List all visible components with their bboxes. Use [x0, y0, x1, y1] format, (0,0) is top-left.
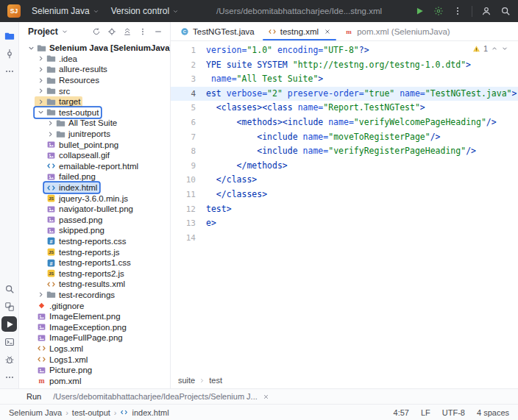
tool-terminal[interactable] — [1, 334, 17, 349]
more-actions-icon[interactable] — [453, 6, 463, 16]
tool-problems[interactable] — [1, 352, 17, 367]
status-4-57[interactable]: 4:57 — [394, 408, 409, 417]
project-selector[interactable]: Selenium Java — [26, 4, 104, 18]
chevron-right-icon[interactable] — [37, 87, 45, 95]
tree-item-testng-reports-css[interactable]: #testng-reports.css — [19, 236, 170, 247]
refresh-button[interactable] — [90, 26, 102, 38]
tree-item-test-output[interactable]: test-output — [19, 107, 170, 118]
run-button[interactable] — [414, 6, 425, 16]
tree-item-emailable-report-html[interactable]: emailable-report.html — [19, 161, 170, 172]
status-4-spaces[interactable]: 4 spaces — [477, 408, 509, 417]
tree-item-idea[interactable]: .idea — [19, 54, 170, 65]
tree-item-skipped-png[interactable]: skipped.png — [19, 225, 170, 236]
tree-item-picture-png[interactable]: Picture.png — [19, 365, 170, 376]
tree-item-collapseall-gif[interactable]: collapseall.gif — [19, 150, 170, 161]
select-opened-file-button[interactable] — [105, 26, 118, 38]
collapse-all-button[interactable] — [121, 26, 133, 38]
chevron-right-icon[interactable] — [46, 130, 54, 138]
user-icon[interactable] — [481, 6, 492, 16]
status-lf[interactable]: LF — [421, 408, 430, 417]
tool-more-bottom[interactable] — [1, 369, 17, 385]
tree-item-testng-results-xml[interactable]: testng-results.xml — [19, 279, 170, 290]
tree-item-testng-reports1-css[interactable]: #testng-reports1.css — [19, 257, 170, 268]
tree-item-gitignore[interactable]: .gitignore — [19, 300, 170, 311]
tree-item-failed-png[interactable]: failed.png — [19, 171, 170, 182]
hide-button[interactable] — [152, 26, 164, 38]
chevron-up-icon[interactable] — [491, 45, 498, 52]
tree-item-all-test-suite[interactable]: All Test Suite — [19, 118, 170, 129]
tree-item-logs1-xml[interactable]: Logs1.xml — [19, 354, 170, 365]
project-panel-title[interactable]: Project — [28, 26, 58, 37]
tab-testngtest-java[interactable]: CTestNGTest.java — [174, 22, 261, 40]
chevron-right-icon[interactable] — [37, 291, 45, 299]
gear-icon[interactable] — [433, 6, 444, 16]
close-icon[interactable] — [324, 28, 331, 35]
run-tab[interactable]: /Users/debomitabhattacharjee/IdeaProject… — [53, 392, 269, 401]
code-line-6[interactable]: 6 <methods><include name="verifyWelcomeP… — [171, 115, 518, 130]
tree-item-junitreports[interactable]: junitreports — [19, 129, 170, 140]
tool-more[interactable] — [1, 63, 17, 79]
status-crumb-selenium-java[interactable]: Selenium Java — [9, 408, 62, 417]
tree-item-resources[interactable]: Resources — [19, 75, 170, 86]
chevron-down-icon[interactable] — [501, 45, 508, 52]
maven-file-icon: m — [344, 27, 353, 36]
tree-item-jquery-3-6-0-min-js[interactable]: JSjquery-3.6.0.min.js — [19, 193, 170, 204]
tab-testng-xml[interactable]: testng.xml — [261, 22, 338, 40]
search-icon[interactable] — [500, 6, 511, 16]
tree-item-selenium-java-seleniumjava[interactable]: Selenium Java [SeleniumJava]~/IdeaProjec — [19, 43, 170, 54]
tree-item-target[interactable]: target — [19, 96, 170, 107]
chevron-right-icon[interactable] — [37, 54, 45, 63]
tree-item-passed-png[interactable]: passed.png — [19, 215, 170, 226]
app-logo[interactable]: SJ — [7, 4, 21, 18]
code-line-4[interactable]: 4est verbose="2" preserve-order="true" n… — [171, 87, 518, 102]
tree-item-pom-xml[interactable]: mpom.xml — [19, 375, 170, 386]
code-line-8[interactable]: 8 <include name="verifyRegisterPageHeadi… — [171, 144, 518, 159]
status-utf-8[interactable]: UTF-8 — [442, 408, 465, 417]
breadcrumb-suite[interactable]: suite — [178, 376, 195, 385]
code-line-5[interactable]: 5 <classes><class name="Report.TestNGTes… — [171, 101, 518, 115]
tree-item-imageexception-png[interactable]: ImageException.png — [19, 321, 170, 332]
chevron-down-icon[interactable] — [27, 44, 35, 52]
chevron-right-icon[interactable] — [37, 76, 45, 85]
tool-commit[interactable] — [1, 46, 17, 61]
status-crumb-test-output[interactable]: test-output — [72, 408, 110, 417]
code-line-10[interactable]: 10 </class> — [171, 173, 518, 188]
code-line-11[interactable]: 11 </classes> — [171, 188, 518, 202]
code-line-12[interactable]: 12test> — [171, 202, 518, 217]
tree-item-bullet-point-png[interactable]: bullet_point.png — [19, 139, 170, 150]
run-panel-title[interactable]: Run — [26, 392, 41, 401]
tree-item-imageelement-png[interactable]: ImageElement.png — [19, 311, 170, 322]
code-line-13[interactable]: 13e> — [171, 216, 518, 231]
tree-item-index-html[interactable]: index.html — [19, 182, 170, 193]
close-icon[interactable] — [263, 394, 269, 400]
chevron-down-icon[interactable] — [37, 108, 45, 116]
code-line-3[interactable]: 3 name="All Test Suite"> — [171, 72, 518, 87]
tree-item-testng-reports2-js[interactable]: JStestng-reports2.js — [19, 268, 170, 279]
tool-project[interactable] — [1, 28, 17, 43]
tree-item-testng-reports-js[interactable]: JStestng-reports.js — [19, 246, 170, 257]
code-line-2[interactable]: 2YPE suite SYSTEM "http://testng.org/tes… — [171, 58, 518, 73]
inspections-widget[interactable]: 1 — [470, 43, 511, 54]
tool-search[interactable] — [1, 281, 17, 296]
chevron-right-icon[interactable] — [37, 65, 45, 74]
code-editor[interactable]: 1version="1.0" encoding="UTF-8"?>2YPE su… — [171, 41, 518, 372]
tree-item-logs-xml[interactable]: Logs.xml — [19, 344, 170, 355]
tree-item-test-recordings[interactable]: test-recordings — [19, 290, 170, 301]
chevron-right-icon[interactable] — [37, 98, 45, 106]
code-line-1[interactable]: 1version="1.0" encoding="UTF-8"?> — [171, 43, 518, 58]
code-line-14[interactable]: 14 — [171, 231, 518, 246]
tree-item-imagefullpage-png[interactable]: ImageFullPage.png — [19, 332, 170, 344]
code-line-7[interactable]: 7 <include name="moveToRegisterPage"/> — [171, 130, 518, 145]
tree-item-allure-results[interactable]: allure-results — [19, 64, 170, 75]
options-button[interactable] — [136, 26, 149, 38]
tree-item-navigator-bullet-png[interactable]: navigator-bullet.png — [19, 204, 170, 215]
tab-pom-xml-seleniumjava[interactable]: mpom.xml (SeleniumJava) — [338, 22, 457, 40]
chevron-right-icon[interactable] — [46, 119, 54, 127]
tree-item-src[interactable]: src — [19, 85, 170, 96]
status-crumb-index-html[interactable]: index.html — [132, 408, 168, 417]
code-line-9[interactable]: 9 </methods> — [171, 159, 518, 174]
breadcrumb-test[interactable]: test — [209, 376, 222, 385]
vcs-widget[interactable]: Version control — [106, 4, 184, 18]
tool-run[interactable] — [1, 316, 17, 332]
tool-services[interactable] — [1, 299, 17, 314]
